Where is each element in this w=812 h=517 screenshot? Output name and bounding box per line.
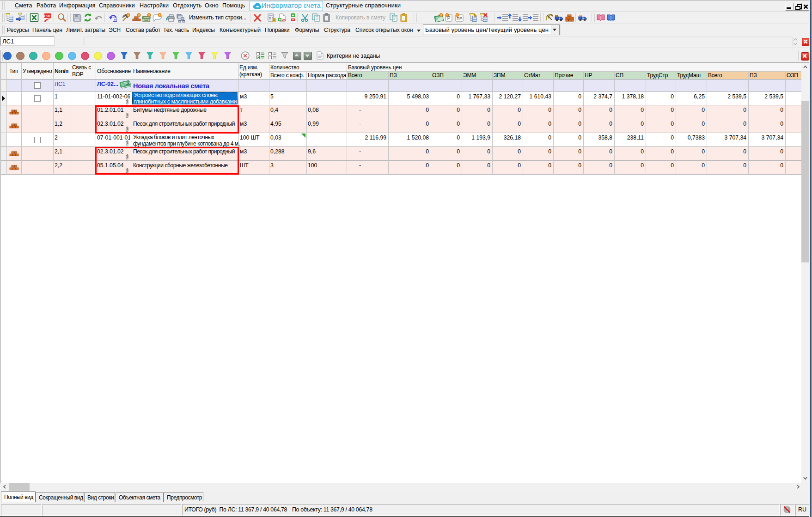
svg-text:PDF: PDF xyxy=(44,14,51,18)
